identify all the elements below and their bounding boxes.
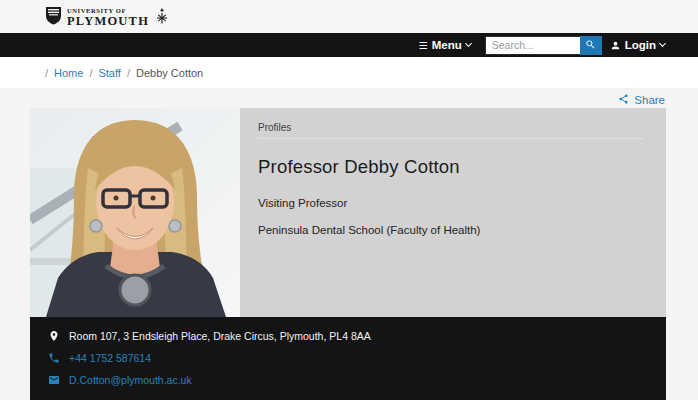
- search-form: [485, 36, 602, 55]
- share-icon: [618, 93, 629, 107]
- menu-icon: ☰: [419, 40, 428, 51]
- breadcrumb-current-page: Debby Cotton: [136, 67, 203, 79]
- breadcrumb-link-home[interactable]: Home: [54, 67, 83, 79]
- profile-photo: [30, 108, 240, 317]
- breadcrumb-link-staff[interactable]: Staff: [98, 67, 120, 79]
- share-button[interactable]: Share: [618, 93, 665, 107]
- location-pin-icon: [48, 330, 60, 342]
- search-icon: [585, 38, 596, 53]
- share-label: Share: [634, 94, 665, 106]
- chevron-down-icon: [659, 40, 666, 47]
- menu-label: Menu: [432, 39, 462, 51]
- breadcrumb-separator: /: [45, 67, 48, 79]
- profile-panel: Profiles Professor Debby Cotton Visiting…: [240, 108, 666, 317]
- login-button[interactable]: Login: [610, 39, 665, 51]
- breadcrumb-separator: /: [127, 67, 130, 79]
- main-nav-bar: ☰ Menu Login: [0, 33, 698, 57]
- contact-email-link[interactable]: D.Cotton@plymouth.ac.uk: [69, 374, 192, 386]
- phone-icon: [48, 352, 60, 364]
- logo-line2: PLYMOUTH: [67, 15, 149, 28]
- profiles-section-label: Profiles: [258, 122, 644, 133]
- contact-phone-row: +44 1752 587614: [48, 351, 666, 365]
- menu-button[interactable]: ☰ Menu: [419, 39, 471, 51]
- login-user-icon: [610, 40, 621, 51]
- breadcrumb: / Home / Staff / Debby Cotton: [0, 57, 698, 88]
- chevron-down-icon: [465, 40, 472, 47]
- logo-emblem-icon: [154, 8, 168, 28]
- contact-email-row: D.Cotton@plymouth.ac.uk: [48, 373, 666, 387]
- login-label: Login: [625, 39, 656, 51]
- profile-role: Visiting Professor: [258, 197, 644, 209]
- main-content: Share: [0, 88, 698, 400]
- profile-card: Profiles Professor Debby Cotton Visiting…: [30, 108, 666, 317]
- profile-name-heading: Professor Debby Cotton: [258, 156, 644, 178]
- search-submit-button[interactable]: [580, 36, 602, 55]
- profile-department: Peninsula Dental School (Faculty of Heal…: [258, 224, 644, 236]
- logo-shield-icon: [45, 6, 62, 29]
- contact-address: Room 107, 3 Endsleigh Place, Drake Circu…: [69, 330, 371, 342]
- search-input[interactable]: [485, 36, 580, 55]
- contact-bar: Room 107, 3 Endsleigh Place, Drake Circu…: [30, 317, 666, 400]
- logo-text: UNIVERSITY OF PLYMOUTH: [67, 8, 149, 28]
- contact-phone-link[interactable]: +44 1752 587614: [69, 352, 151, 364]
- top-logo-bar: UNIVERSITY OF PLYMOUTH: [0, 0, 698, 33]
- university-logo[interactable]: UNIVERSITY OF PLYMOUTH: [45, 6, 168, 29]
- section-divider: [258, 138, 644, 139]
- contact-address-row: Room 107, 3 Endsleigh Place, Drake Circu…: [48, 329, 666, 343]
- breadcrumb-separator: /: [89, 67, 92, 79]
- email-icon: [48, 374, 60, 386]
